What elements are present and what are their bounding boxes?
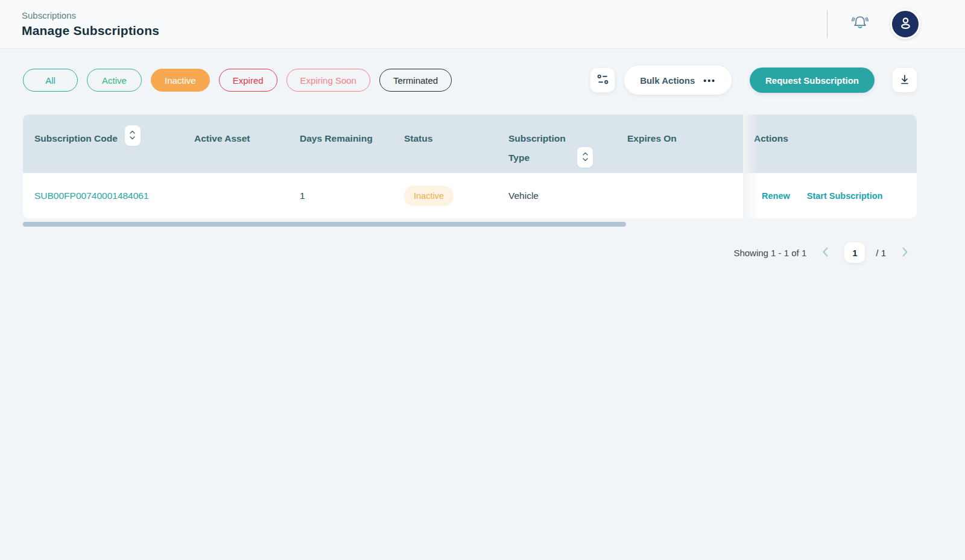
filter-inactive[interactable]: Inactive (151, 69, 210, 92)
days-remaining-value: 1 (300, 190, 305, 201)
filter-terminated[interactable]: Terminated (379, 69, 452, 92)
column-header-active-asset: Active Asset (183, 115, 288, 173)
table-toolbar: Bulk Actions ••• Request Subscription (590, 66, 917, 95)
column-header-status: Status (393, 115, 497, 173)
request-subscription-label: Request Subscription (765, 75, 859, 86)
sort-arrows-icon (582, 152, 589, 163)
column-label: Subscription Code (34, 129, 118, 148)
request-subscription-button[interactable]: Request Subscription (750, 68, 875, 93)
filter-active[interactable]: Active (87, 69, 142, 92)
cell-active-asset (183, 173, 288, 218)
subscription-type-value: Vehicle (508, 190, 539, 201)
user-icon (897, 15, 914, 33)
top-header: Subscriptions Manage Subscriptions (0, 0, 965, 49)
sort-subscription-type-button[interactable] (577, 147, 593, 168)
download-icon (899, 74, 911, 87)
table-header-row: Subscription Code Active Asset Days Rema… (23, 115, 917, 173)
column-header-actions: Actions (743, 115, 917, 173)
cell-days-remaining: 1 (288, 173, 393, 218)
bulk-actions-button[interactable]: Bulk Actions ••• (624, 66, 732, 95)
cell-status: Inactive (393, 173, 497, 218)
previous-page-button[interactable] (822, 247, 829, 259)
header-titles: Subscriptions Manage Subscriptions (22, 10, 159, 38)
status-badge: Inactive (404, 186, 454, 206)
breadcrumb[interactable]: Subscriptions (22, 10, 159, 20)
filter-all[interactable]: All (23, 69, 78, 92)
column-label: Expires On (627, 129, 677, 148)
filter-label: Active (102, 75, 127, 86)
current-page-indicator[interactable]: 1 (844, 242, 865, 263)
column-header-expires-on: Expires On (616, 115, 743, 173)
view-settings-button[interactable] (590, 68, 615, 92)
column-label: Active Asset (194, 129, 250, 148)
filter-expired[interactable]: Expired (219, 69, 277, 92)
horizontal-scrollbar[interactable] (23, 222, 917, 227)
download-button[interactable] (893, 68, 917, 92)
filter-expiring-soon[interactable]: Expiring Soon (286, 69, 370, 92)
renew-link[interactable]: Renew (762, 191, 790, 201)
filter-label: Expiring Soon (300, 75, 356, 86)
cell-actions: Renew Start Subscription (743, 173, 917, 218)
filter-toolbar-row: All Active Inactive Expired Expiring Soo… (23, 66, 917, 95)
next-page-button[interactable] (902, 247, 908, 259)
page-title: Manage Subscriptions (22, 24, 159, 38)
start-subscription-link[interactable]: Start Subscription (807, 191, 883, 201)
status-filters: All Active Inactive Expired Expiring Soo… (23, 69, 452, 92)
bulk-actions-label: Bulk Actions (640, 75, 695, 86)
chevron-left-icon (822, 247, 829, 259)
notifications-button[interactable] (846, 10, 875, 39)
main-content: All Active Inactive Expired Expiring Soo… (0, 49, 965, 263)
pagination-summary: Showing 1 - 1 of 1 (733, 248, 806, 258)
scrollbar-thumb[interactable] (23, 222, 626, 227)
column-label: Days Remaining (300, 129, 373, 148)
column-label: Status (404, 129, 432, 148)
cell-subscription-type: Vehicle (497, 173, 616, 218)
user-avatar[interactable] (890, 9, 920, 39)
column-header-subscription-code: Subscription Code (23, 115, 183, 173)
filter-label: Inactive (165, 75, 196, 86)
column-header-days-remaining: Days Remaining (288, 115, 393, 173)
chevron-right-icon (902, 247, 908, 259)
pagination: Showing 1 - 1 of 1 1 / 1 (23, 242, 917, 263)
filter-label: All (45, 75, 55, 86)
sliders-icon (596, 72, 610, 88)
bell-icon (848, 12, 872, 37)
column-label: Actions (754, 129, 788, 148)
header-divider (827, 10, 827, 38)
subscription-code-link[interactable]: SUB00FP00740001484061 (34, 190, 149, 201)
table-row: SUB00FP00740001484061 1 Inactive Vehicle… (23, 173, 917, 218)
header-actions (827, 9, 920, 39)
sort-arrows-icon (129, 130, 136, 142)
subscriptions-table: Subscription Code Active Asset Days Rema… (23, 115, 917, 227)
ellipsis-icon: ••• (703, 76, 716, 86)
sort-subscription-code-button[interactable] (125, 125, 141, 146)
column-label: Subscription Type (508, 129, 576, 168)
cell-subscription-code: SUB00FP00740001484061 (23, 173, 183, 218)
cell-expires-on (616, 173, 743, 218)
filter-label: Expired (233, 75, 264, 86)
page-total-label: / 1 (876, 248, 886, 258)
filter-label: Terminated (393, 75, 438, 86)
column-header-subscription-type: Subscription Type (497, 115, 616, 173)
